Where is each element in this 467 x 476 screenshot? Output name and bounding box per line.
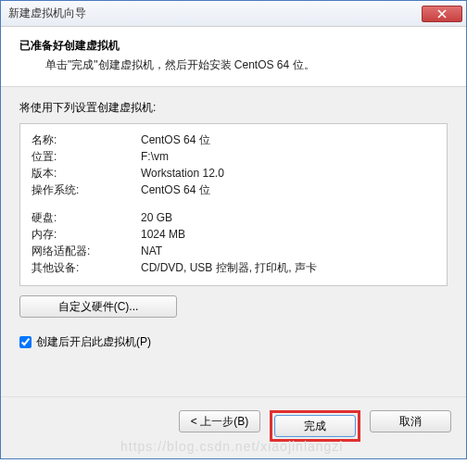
summary-value: 20 GB — [141, 209, 435, 226]
close-button[interactable] — [422, 6, 462, 22]
customize-hardware-button[interactable]: 自定义硬件(C)... — [19, 295, 177, 318]
summary-row: 网络适配器:NAT — [32, 243, 435, 259]
summary-key: 内存: — [32, 226, 141, 243]
power-on-checkbox-row: 创建后开启此虚拟机(P) — [19, 334, 448, 350]
summary-value: CD/DVD, USB 控制器, 打印机, 声卡 — [141, 259, 435, 276]
back-button-label: < 上一步(B) — [191, 414, 248, 430]
summary-row: 操作系统:CentOS 64 位 — [32, 182, 435, 198]
close-icon — [437, 9, 447, 19]
footer-buttons: < 上一步(B) 完成 取消 — [1, 396, 466, 458]
finish-highlight: 完成 — [270, 410, 360, 442]
summary-value: Workstation 12.0 — [141, 165, 435, 182]
back-button[interactable]: < 上一步(B) — [179, 410, 260, 432]
summary-row: 版本:Workstation 12.0 — [32, 165, 435, 182]
titlebar: 新建虚拟机向导 — [1, 1, 466, 27]
summary-value: 1024 MB — [141, 226, 435, 243]
finish-button-label: 完成 — [304, 419, 326, 434]
summary-row: 位置:F:\vm — [32, 148, 435, 165]
summary-key: 其他设备: — [32, 259, 141, 276]
cancel-button[interactable]: 取消 — [370, 410, 451, 432]
settings-label: 将使用下列设置创建虚拟机: — [19, 100, 448, 116]
summary-value: CentOS 64 位 — [141, 132, 435, 148]
power-on-checkbox-label[interactable]: 创建后开启此虚拟机(P) — [36, 334, 151, 350]
summary-row: 内存:1024 MB — [32, 226, 435, 243]
summary-key: 操作系统: — [32, 182, 141, 198]
summary-key: 网络适配器: — [32, 243, 141, 259]
body-section: 将使用下列设置创建虚拟机: 名称:CentOS 64 位位置:F:\vm版本:W… — [1, 87, 466, 359]
summary-row: 硬盘:20 GB — [32, 209, 435, 226]
summary-value: NAT — [141, 243, 435, 259]
summary-key: 版本: — [32, 165, 141, 182]
header-section: 已准备好创建虚拟机 单击"完成"创建虚拟机，然后开始安装 CentOS 64 位… — [1, 27, 466, 87]
summary-key: 位置: — [32, 148, 141, 165]
summary-key: 硬盘: — [32, 209, 141, 226]
customize-hardware-label: 自定义硬件(C)... — [58, 299, 139, 315]
summary-row: 其他设备:CD/DVD, USB 控制器, 打印机, 声卡 — [32, 259, 435, 276]
summary-value: F:\vm — [141, 148, 435, 165]
summary-value: CentOS 64 位 — [141, 182, 435, 198]
finish-button[interactable]: 完成 — [274, 415, 356, 437]
summary-row: 名称:CentOS 64 位 — [32, 132, 435, 148]
power-on-checkbox[interactable] — [19, 336, 32, 348]
wizard-window: 新建虚拟机向导 已准备好创建虚拟机 单击"完成"创建虚拟机，然后开始安装 Cen… — [0, 0, 467, 459]
header-title: 已准备好创建虚拟机 — [19, 38, 448, 54]
settings-summary: 名称:CentOS 64 位位置:F:\vm版本:Workstation 12.… — [19, 123, 448, 286]
header-subtitle: 单击"完成"创建虚拟机，然后开始安装 CentOS 64 位。 — [19, 57, 448, 73]
cancel-button-label: 取消 — [399, 414, 422, 430]
summary-key: 名称: — [32, 132, 141, 148]
window-title: 新建虚拟机向导 — [8, 6, 422, 21]
